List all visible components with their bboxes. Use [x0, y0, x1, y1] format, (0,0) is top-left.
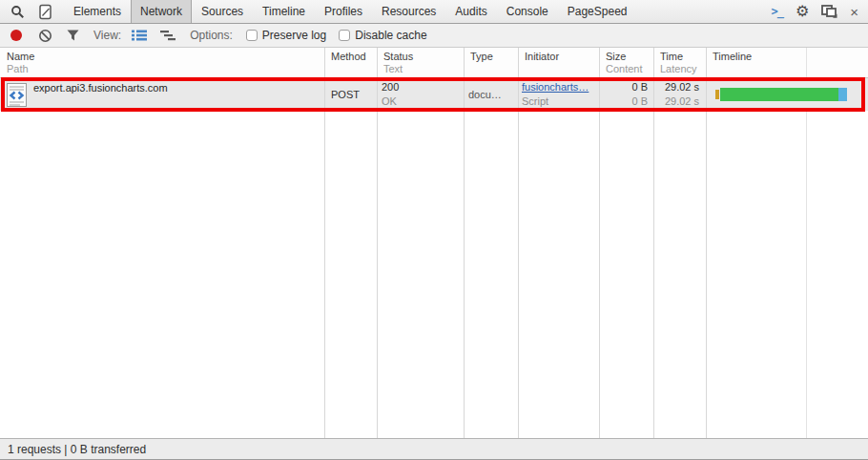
latency-value: 29.02 s — [653, 95, 699, 108]
search-icon[interactable] — [9, 0, 26, 23]
disable-cache-checkbox[interactable] — [339, 30, 350, 41]
cell-time: 29.02 s 29.02 s — [653, 78, 706, 111]
view-label: View: — [93, 29, 121, 42]
status-code: 200 — [382, 81, 464, 94]
options-label: Options: — [190, 29, 233, 42]
tab-timeline[interactable]: Timeline — [253, 0, 315, 23]
header-time[interactable]: Time Latency — [653, 48, 706, 77]
record-button[interactable] — [10, 30, 22, 41]
header-initiator[interactable]: Initiator — [518, 48, 599, 77]
cell-timeline — [706, 78, 868, 111]
timeline-bar-main-segment — [720, 88, 838, 101]
initiator-kind: Script — [522, 95, 599, 108]
tab-console[interactable]: Console — [497, 0, 558, 23]
request-row[interactable]: export.api3.fusioncharts.com POST 200 OK… — [0, 78, 868, 111]
device-emulation-icon[interactable] — [36, 0, 53, 23]
tabbar-right-controls: >_ ⚙ × — [771, 4, 868, 19]
timeline-bar-start-segment — [715, 90, 719, 99]
status-text: OK — [382, 95, 464, 108]
console-drawer-icon[interactable]: >_ — [771, 5, 782, 18]
script-document-icon — [7, 83, 27, 107]
close-icon[interactable]: × — [850, 5, 858, 19]
cell-status: 200 OK — [377, 78, 464, 111]
cell-name: export.api3.fusioncharts.com — [0, 78, 324, 111]
panel-tabs: Elements Network Sources Timeline Profil… — [64, 0, 636, 23]
header-timeline[interactable]: Timeline — [706, 48, 868, 77]
tab-sources[interactable]: Sources — [192, 0, 253, 23]
tab-network[interactable]: Network — [131, 0, 192, 23]
status-bar: 1 requests | 0 B transferred — [0, 438, 868, 460]
waterfall-view-icon[interactable] — [160, 24, 176, 47]
header-size[interactable]: Size Content — [599, 48, 653, 77]
preserve-log-checkbox[interactable] — [246, 30, 258, 41]
cell-size: 0 B 0 B — [599, 78, 653, 111]
header-status[interactable]: Status Text — [377, 48, 464, 77]
tab-profiles[interactable]: Profiles — [315, 0, 372, 23]
request-summary: 1 requests | 0 B transferred — [8, 443, 146, 456]
header-type[interactable]: Type — [464, 48, 518, 77]
network-toolbar: View: Options: Preserve log Disable cach… — [0, 24, 868, 48]
timeline-bar-end-segment — [838, 88, 847, 101]
request-type: docu… — [468, 89, 502, 100]
initiator-link[interactable]: fusioncharts… — [522, 81, 599, 94]
clear-icon[interactable] — [38, 24, 52, 47]
size-value: 0 B — [599, 81, 648, 94]
tab-elements[interactable]: Elements — [64, 0, 131, 23]
tab-resources[interactable]: Resources — [372, 0, 445, 23]
cell-initiator: fusioncharts… Script — [518, 78, 599, 111]
devtools-tabbar: Elements Network Sources Timeline Profil… — [0, 0, 868, 24]
header-method[interactable]: Method — [324, 48, 377, 77]
gear-icon[interactable]: ⚙ — [796, 4, 809, 19]
content-value: 0 B — [599, 95, 648, 108]
filter-icon[interactable] — [67, 24, 79, 47]
header-name[interactable]: Name Path — [0, 48, 324, 77]
list-view-icon[interactable] — [132, 24, 147, 47]
request-name: export.api3.fusioncharts.com — [33, 78, 168, 111]
request-method: POST — [331, 89, 360, 100]
tab-audits[interactable]: Audits — [445, 0, 496, 23]
time-value: 29.02 s — [653, 81, 699, 94]
timeline-bar[interactable] — [715, 88, 857, 101]
cell-type: docu… — [464, 78, 518, 111]
network-table-body: export.api3.fusioncharts.com POST 200 OK… — [0, 78, 868, 438]
dock-side-icon[interactable] — [821, 5, 837, 18]
tab-pagespeed[interactable]: PageSpeed — [558, 0, 637, 23]
cell-method: POST — [324, 78, 377, 111]
preserve-log-label[interactable]: Preserve log — [262, 29, 326, 42]
disable-cache-label[interactable]: Disable cache — [355, 29, 426, 42]
network-table-header: Name Path Method Status Text Type Initia… — [0, 48, 868, 78]
